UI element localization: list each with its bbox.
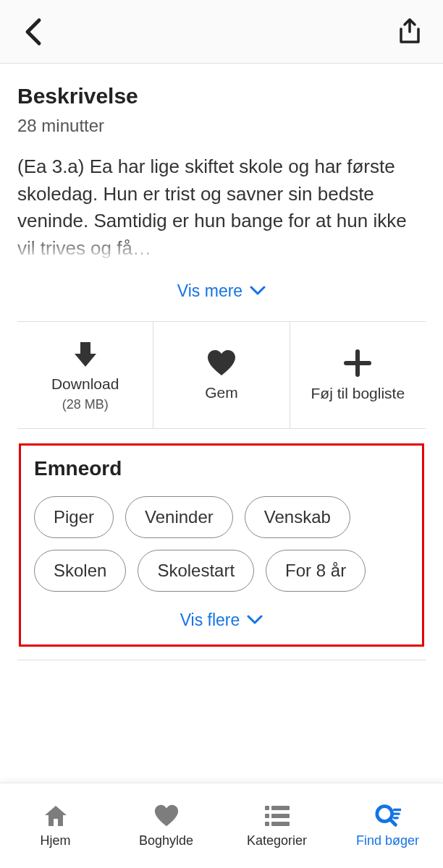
tags-title: Emneord [34, 457, 412, 480]
nav-categories[interactable]: Kategorier [222, 783, 332, 868]
svg-rect-3 [271, 814, 290, 818]
download-button[interactable]: Download (28 MB) [17, 322, 153, 428]
svg-rect-5 [271, 822, 290, 826]
download-icon [72, 339, 99, 368]
tags-list: Piger Veninder Venskab Skolen Skolestart… [31, 496, 412, 592]
nav-home-label: Hjem [40, 833, 70, 848]
plus-icon [343, 349, 372, 378]
svg-rect-1 [271, 806, 290, 810]
back-button[interactable] [16, 14, 51, 49]
save-label: Gem [205, 384, 238, 401]
download-label: Download [51, 375, 119, 393]
nav-shelf[interactable]: Boghylde [111, 783, 222, 868]
chevron-down-icon [250, 286, 266, 296]
separator [17, 660, 426, 660]
bottom-nav: Hjem Boghylde Kategorier Find bøger [0, 783, 443, 868]
nav-find-books-label: Find bøger [356, 833, 419, 848]
nav-find-books[interactable]: Find bøger [332, 783, 443, 868]
tag-chip[interactable]: Venskab [245, 496, 350, 538]
description-text: (Ea 3.a) Ea har lige skiftet skole og ha… [17, 153, 426, 263]
tag-chip[interactable]: Skolestart [138, 550, 254, 592]
share-icon [397, 17, 423, 46]
duration-label: 28 minutter [17, 116, 426, 136]
tag-chip[interactable]: Veninder [125, 496, 233, 538]
actions-row: Download (28 MB) Gem Føj til bogliste [17, 321, 426, 429]
show-more-tags-button[interactable]: Vis flere [31, 610, 412, 630]
chevron-down-icon [247, 615, 263, 625]
chevron-left-icon [23, 17, 43, 46]
nav-categories-label: Kategorier [247, 833, 307, 848]
add-to-list-button[interactable]: Føj til bogliste [290, 322, 426, 428]
top-bar [0, 0, 443, 64]
download-size-label: (28 MB) [62, 397, 109, 412]
svg-rect-2 [265, 814, 269, 818]
tag-chip[interactable]: Skolen [34, 550, 126, 592]
heart-icon [206, 349, 237, 377]
save-button[interactable]: Gem [153, 322, 290, 428]
tag-chip[interactable]: Piger [34, 496, 114, 538]
nav-shelf-label: Boghylde [139, 833, 193, 848]
show-more-description-button[interactable]: Vis mere [17, 281, 426, 301]
description-title: Beskrivelse [17, 84, 426, 109]
show-more-tags-label: Vis flere [180, 610, 240, 630]
share-button[interactable] [392, 14, 427, 49]
tag-chip[interactable]: For 8 år [266, 550, 366, 592]
show-more-description-label: Vis mere [177, 281, 242, 301]
heart-icon [153, 804, 180, 828]
add-to-list-label: Føj til bogliste [311, 385, 405, 402]
home-icon [43, 804, 68, 827]
list-icon [265, 806, 290, 826]
nav-home[interactable]: Hjem [0, 783, 111, 868]
search-icon [375, 804, 401, 828]
tags-section: Emneord Piger Veninder Venskab Skolen Sk… [19, 443, 424, 647]
svg-rect-4 [265, 822, 269, 826]
content-area: Beskrivelse 28 minutter (Ea 3.a) Ea har … [0, 64, 443, 647]
svg-rect-0 [265, 806, 269, 810]
